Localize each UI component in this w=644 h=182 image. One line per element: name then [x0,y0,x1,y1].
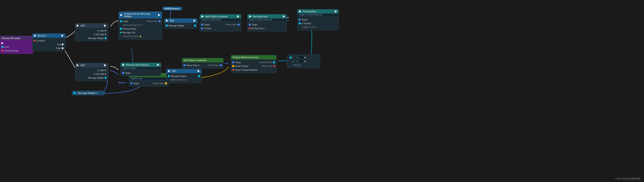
sas-exec-in [249,15,251,18]
ac-exec-out [237,15,239,18]
show-message-label: Show Message [4,50,18,52]
mw-label-header: Message Widget ● [72,91,105,95]
watermark-text: CSDN @消失的崔斯塔斯 [615,177,641,180]
xy-x-in-pin [290,56,292,59]
isnotvalid2-label: Is Not Valid [94,73,104,75]
mw-label-pin [74,92,76,94]
sas-target-label: Target [252,24,258,26]
sas-autosize-pin [249,28,250,29]
messagewidget1-pin [104,37,107,39]
pw-return-pin [273,65,275,67]
rfp-target-row: Target [121,71,161,75]
ac-target-label: Target [204,24,210,26]
ac-exec-in [202,15,204,18]
set1-exec-in [166,19,168,22]
get-player-controller-node: Get Player Controller Player Index 0 Ret… [182,58,224,68]
actor-pin-row: Actor [0,45,33,49]
xy-y-input[interactable] [295,60,304,63]
set2-selectasset-row: Select Asset ▼ ⊙ ⊙ [166,78,202,82]
ac-content-row: Content [200,27,241,30]
rfp-subheader: Target is Widget [121,67,161,70]
sp-exec-out [335,10,337,13]
display-message-title: Display Message [2,37,20,39]
sas-autosize-label: bIn Auto Size ✓ [251,27,266,30]
isvalid2-label: Is Valid [98,69,104,71]
gpc-playerindex-row: Player Index 0 Return Value [182,63,223,67]
sas-target-pin [249,24,251,26]
isvalid1-label: Is Valid [98,30,104,32]
set-auto-size-node: Set Auto Size Target is Canvas Panel Slo… [247,14,287,32]
sp-title: Set Position [303,10,316,13]
set2-msgwidget-label: Message Widget [171,75,186,77]
sp-inpos-row: In Position [298,22,339,25]
set1-msgwidget-out-pin [194,25,196,27]
cw-class-row: Class Return Value [119,19,162,23]
cw-owning-row: Owning Player [119,27,162,31]
set2-header: SET [166,69,202,73]
true-label: True [57,43,61,46]
xy-output-node: x y Add pin ⊕ [287,55,320,68]
cw-class-input-row: Interact Messag ▼ ⊙ ⊙ [119,23,162,27]
ac-return-pin [238,24,240,26]
sp-subheader: Target is Canvas Panel Slot [298,14,339,17]
pw-title: Project World to Screen [232,56,258,59]
add-child-subheader: Target is Canvas Panel [200,19,241,22]
ac-target-pin [201,24,203,26]
pw-player-row: Player Screen Position [231,60,276,64]
sp-target-label: Target [302,19,308,21]
actor-pin [2,46,4,48]
false-row: False [32,46,65,50]
cw-msgtext-row: Message Text [119,31,162,34]
sp-target-row: Target [298,18,339,22]
pw-viewport-row: Player Viewport Relative [231,68,276,72]
get2-exec-out [104,64,106,66]
get1-header: GET [75,24,108,28]
pw-viewport-pin [232,69,234,71]
branch-title: Branch [38,34,46,37]
condition-row: Condition [32,39,65,43]
show-message-pin [2,50,4,52]
pw-player-label: Player [235,61,241,64]
gal-target-row: Target Return Value [129,81,168,85]
condition-pin [34,40,35,41]
set1-msgwidget-label: Message Widget [168,25,184,27]
get2-title: GET [80,64,85,66]
rfp-title: Remove from Parent [126,64,149,66]
sas-subheader: Target is Canvas Panel Slot [248,19,287,22]
gpc-header: Get Player Controller [182,58,223,62]
set2-msgwidget-in-pin [168,75,170,77]
set1-header: SET [164,19,197,23]
sp-inpos-pin [299,22,301,24]
set2-exec-out [198,70,200,72]
get-node-1: GET Is Valid Is Not Valid Message Widget [75,23,108,41]
add-child-title: Add Child to Canvas [205,15,228,18]
ac-target-row: Target Return Value [200,23,241,27]
pw-worldpos-row: World Position Return Value [231,64,276,68]
messagewidget2-pin [104,77,107,79]
set1-msgwidget-in-pin [166,25,168,27]
pw-player-pin [232,61,234,63]
cw-msgtext-input-row: Press'E' To Interact 🔒 [119,34,162,38]
ac-content-pin [201,27,203,29]
isvalid1-pin [105,30,107,32]
rfp-header: Remove from Parent [121,63,161,67]
pw-worldpos-pin [232,65,234,67]
gpc-title: Get Player Controller [184,59,207,61]
set2-title: SET [172,70,176,72]
isnotvalid2-row: Is Not Valid [75,72,108,76]
sp-header: Set Position [298,9,339,14]
cw-msgtext-label: Message Text [122,32,135,34]
xy-x-input[interactable] [295,56,304,59]
branch-exec-out [62,34,64,37]
sp-exec-in [299,10,301,13]
get1-title: GET [80,24,85,27]
isvalid1-row: Is Valid [75,29,108,33]
create-widget-title: Create Interact Message Widget [124,13,157,18]
sas-exec-out [283,15,285,18]
rfp-target-pin [122,72,124,74]
false-label: False [56,47,61,49]
sas-autosize-row: bIn Auto Size ✓ [248,27,287,30]
gal-target-pin [130,82,132,84]
isnotvalid1-pin [105,33,107,35]
gal-subheader: Target is Actor [129,77,168,80]
